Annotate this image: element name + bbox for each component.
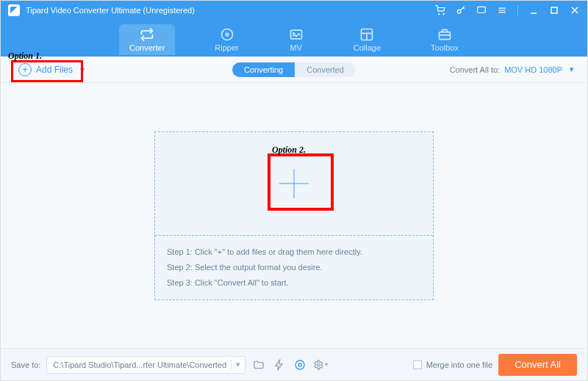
- gpu-accel-button[interactable]: [272, 358, 287, 372]
- tab-label: Toolbox: [431, 43, 459, 52]
- step-1: Step 1: Click "+" to add files or drag t…: [167, 244, 421, 260]
- tab-mv[interactable]: MV: [279, 24, 314, 55]
- tab-converted[interactable]: Converted: [295, 62, 356, 77]
- svg-point-2: [457, 10, 461, 13]
- svg-point-5: [221, 29, 232, 40]
- tab-label: Collage: [354, 43, 381, 52]
- menu-icon[interactable]: [497, 5, 507, 15]
- toolbox-icon: [437, 27, 452, 42]
- svg-point-12: [298, 363, 301, 366]
- separator: [517, 5, 518, 15]
- minimize-button[interactable]: [528, 5, 539, 15]
- footer-bar: Save to: C:\Tipard Studio\Tipard...rter …: [1, 348, 587, 380]
- tab-collage[interactable]: Collage: [343, 24, 391, 55]
- title-bar: Tipard Video Converter Ultimate (Unregis…: [1, 1, 587, 20]
- format-dropdown-icon[interactable]: ▾: [567, 65, 577, 74]
- merge-checkbox[interactable]: Merge into one file: [413, 360, 493, 369]
- svg-point-11: [295, 360, 304, 369]
- svg-point-8: [293, 33, 295, 35]
- feedback-icon[interactable]: [476, 5, 487, 15]
- ripper-icon: [220, 27, 234, 42]
- window-title: Tipard Video Converter Ultimate (Unregis…: [26, 6, 435, 15]
- converter-icon: [140, 27, 154, 42]
- tab-label: Ripper: [215, 43, 238, 52]
- main-menu: Converter Ripper MV Collage Toolbox: [1, 20, 587, 57]
- tab-toolbox[interactable]: Toolbox: [420, 24, 469, 55]
- svg-point-1: [443, 14, 444, 15]
- add-files-button[interactable]: + Add Files ▾: [11, 59, 92, 81]
- output-format-selector[interactable]: MOV HD 1080P: [504, 65, 562, 74]
- tab-converter[interactable]: Converter: [119, 24, 175, 55]
- svg-rect-4: [551, 7, 557, 13]
- converting-tabs: Converting Converted: [232, 62, 356, 77]
- high-speed-button[interactable]: [293, 358, 307, 372]
- instructions: Step 1: Click "+" to add files or drag t…: [155, 236, 433, 300]
- tab-label: MV: [290, 43, 302, 52]
- tab-label: Converter: [129, 43, 165, 52]
- key-icon[interactable]: [456, 5, 466, 15]
- convert-all-button[interactable]: Convert All: [498, 354, 577, 376]
- save-path-dropdown[interactable]: ▾: [231, 360, 245, 369]
- merge-label: Merge into one file: [426, 360, 493, 369]
- checkbox-icon: [413, 360, 422, 369]
- svg-point-6: [226, 33, 228, 35]
- close-button[interactable]: [570, 5, 580, 15]
- add-files-label: Add Files: [36, 65, 73, 75]
- plus-circle-icon: +: [18, 63, 32, 76]
- maximize-button[interactable]: [549, 5, 559, 15]
- save-to-label: Save to:: [11, 360, 40, 369]
- settings-button[interactable]: ▾: [313, 358, 328, 372]
- step-2: Step 2: Select the output format you des…: [167, 260, 421, 275]
- step-3: Step 3: Click "Convert All" to start.: [167, 275, 421, 291]
- svg-point-0: [439, 14, 440, 15]
- svg-point-13: [318, 363, 320, 366]
- convert-all-to-label: Convert All to:: [450, 65, 500, 74]
- tab-ripper[interactable]: Ripper: [204, 24, 248, 55]
- mv-icon: [289, 27, 304, 42]
- open-folder-button[interactable]: [251, 358, 266, 372]
- app-logo: [8, 4, 20, 16]
- save-path-box: C:\Tipard Studio\Tipard...rter Ultimate\…: [46, 356, 245, 374]
- sub-bar: + Add Files ▾ Converting Converted Conve…: [1, 57, 587, 83]
- collage-icon: [359, 27, 374, 42]
- content-area: Step 1: Click "+" to add files or drag t…: [1, 83, 587, 348]
- drop-zone[interactable]: Step 1: Click "+" to add files or drag t…: [154, 131, 434, 300]
- svg-rect-3: [478, 7, 486, 12]
- add-files-big-plus[interactable]: [279, 169, 309, 198]
- tab-converting[interactable]: Converting: [232, 62, 295, 77]
- cart-icon[interactable]: [435, 5, 445, 15]
- caret-down-icon: ▾: [80, 65, 85, 75]
- save-path: C:\Tipard Studio\Tipard...rter Ultimate\…: [47, 360, 231, 369]
